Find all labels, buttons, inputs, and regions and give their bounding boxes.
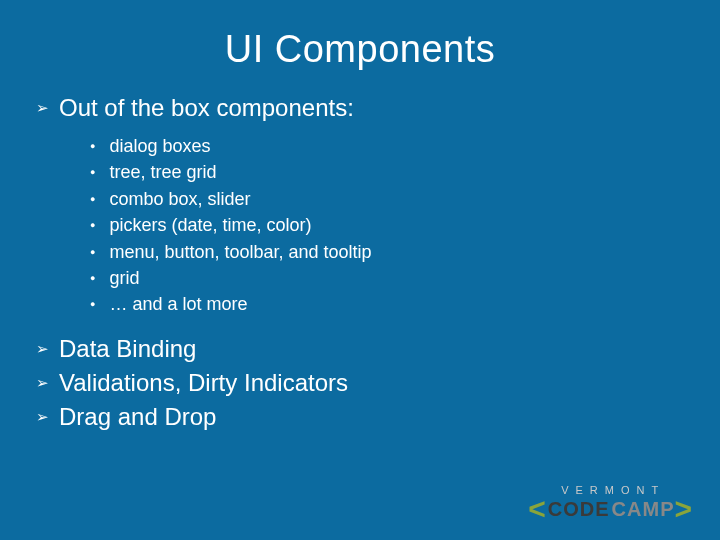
vermont-code-camp-logo: VERMONT < CODE CAMP > [528, 484, 692, 524]
round-bullet-icon: ● [90, 247, 95, 257]
bullet-label: Data Binding [59, 334, 196, 364]
logo-camp-text: CAMP [612, 499, 675, 519]
angle-left-icon: < [528, 494, 546, 524]
round-bullet-icon: ● [90, 273, 95, 283]
sub-bullet-item: ● … and a lot more [90, 293, 720, 316]
sub-bullet-label: tree, tree grid [109, 161, 216, 184]
slide: UI Components ➢ Out of the box component… [0, 0, 720, 540]
bullet-item: ➢ Drag and Drop [36, 402, 720, 432]
bullet-label: Out of the box components: [59, 93, 354, 123]
sub-bullet-label: dialog boxes [109, 135, 210, 158]
round-bullet-icon: ● [90, 194, 95, 204]
sub-bullet-item: ● menu, button, toolbar, and tooltip [90, 241, 720, 264]
bullet-item: ➢ Out of the box components: [36, 93, 720, 123]
logo-bottom-row: < CODE CAMP > [528, 494, 692, 524]
sub-bullet-label: … and a lot more [109, 293, 247, 316]
arrow-bullet-icon: ➢ [36, 99, 49, 117]
sub-bullet-label: grid [109, 267, 139, 290]
sub-bullet-item: ● pickers (date, time, color) [90, 214, 720, 237]
bullet-item: ➢ Validations, Dirty Indicators [36, 368, 720, 398]
sub-bullet-label: combo box, slider [109, 188, 250, 211]
round-bullet-icon: ● [90, 299, 95, 309]
logo-code-text: CODE [546, 499, 612, 519]
bullet-label: Drag and Drop [59, 402, 216, 432]
arrow-bullet-icon: ➢ [36, 340, 49, 358]
sub-bullet-label: menu, button, toolbar, and tooltip [109, 241, 371, 264]
sub-bullet-item: ● dialog boxes [90, 135, 720, 158]
arrow-bullet-icon: ➢ [36, 374, 49, 392]
sub-bullet-item: ● tree, tree grid [90, 161, 720, 184]
sub-bullet-list: ● dialog boxes ● tree, tree grid ● combo… [36, 129, 720, 334]
slide-content: ➢ Out of the box components: ● dialog bo… [0, 91, 720, 432]
arrow-bullet-icon: ➢ [36, 408, 49, 426]
angle-right-icon: > [674, 494, 692, 524]
bullet-label: Validations, Dirty Indicators [59, 368, 348, 398]
round-bullet-icon: ● [90, 220, 95, 230]
sub-bullet-item: ● grid [90, 267, 720, 290]
sub-bullet-item: ● combo box, slider [90, 188, 720, 211]
round-bullet-icon: ● [90, 141, 95, 151]
bullet-item: ➢ Data Binding [36, 334, 720, 364]
round-bullet-icon: ● [90, 167, 95, 177]
sub-bullet-label: pickers (date, time, color) [109, 214, 311, 237]
slide-title: UI Components [0, 0, 720, 91]
